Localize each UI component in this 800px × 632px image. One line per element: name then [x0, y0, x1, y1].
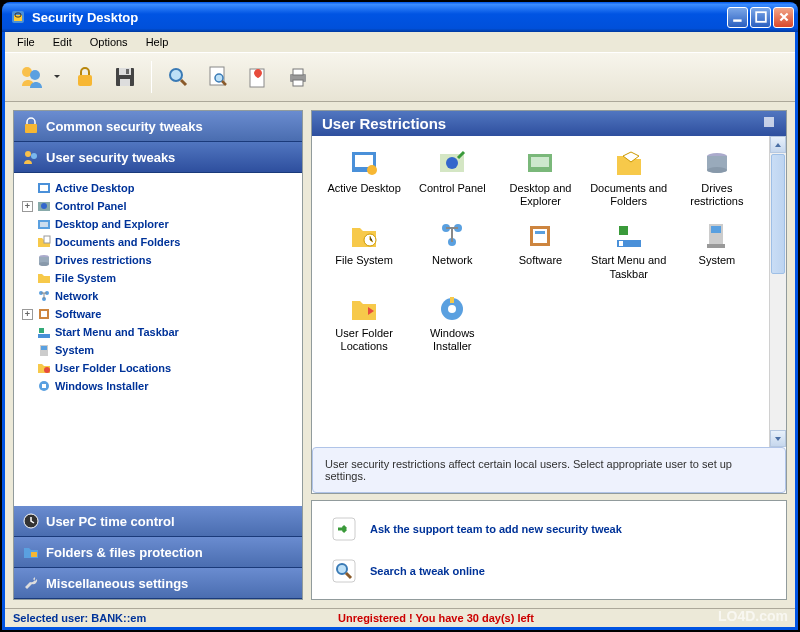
menu-file[interactable]: File	[9, 34, 43, 50]
svg-point-31	[39, 262, 49, 266]
svg-point-55	[707, 167, 727, 173]
search-online-link[interactable]: Search a tweak online	[330, 557, 768, 585]
minimize-button[interactable]	[727, 7, 748, 28]
maximize-button[interactable]	[750, 7, 771, 28]
scroll-track[interactable]	[770, 275, 786, 430]
tree-item-icon	[36, 198, 52, 214]
users-icon	[22, 148, 40, 166]
expand-icon[interactable]: +	[22, 309, 33, 320]
grid-item[interactable]: Control Panel	[410, 146, 494, 210]
svg-rect-43	[42, 384, 46, 388]
svg-point-20	[25, 151, 31, 157]
expand-icon[interactable]: +	[22, 201, 33, 212]
tree-item[interactable]: +Software	[20, 305, 296, 323]
actions-panel: Ask the support team to add new security…	[311, 500, 787, 600]
grid-item-label: User Folder Locations	[324, 327, 404, 353]
print-button[interactable]	[280, 59, 316, 95]
tree-item[interactable]: Desktop and Explorer	[20, 215, 296, 233]
grid-item[interactable]: Start Menu and Taskbar	[587, 218, 671, 282]
grid-item[interactable]: System	[675, 218, 759, 282]
tree-item[interactable]: Active Desktop	[20, 179, 296, 197]
grid-item[interactable]: Documents and Folders	[587, 146, 671, 210]
users-button[interactable]	[13, 59, 49, 95]
grid-item[interactable]: Active Desktop	[322, 146, 406, 210]
favorite-button[interactable]	[240, 59, 276, 95]
grid-item[interactable]: Desktop and Explorer	[498, 146, 582, 210]
grid-item-icon	[436, 148, 468, 180]
users-dropdown[interactable]	[53, 73, 63, 81]
tree-item[interactable]: File System	[20, 269, 296, 287]
right-panel: User Restrictions Active DesktopControl …	[311, 110, 787, 600]
grid-item-label: Drives restrictions	[677, 182, 757, 208]
tree-item[interactable]: User Folder Locations	[20, 359, 296, 377]
tree-item[interactable]: System	[20, 341, 296, 359]
grid-item-label: Windows Installer	[412, 327, 492, 353]
grid-item[interactable]: File System	[322, 218, 406, 282]
grid-item-icon	[348, 148, 380, 180]
main-area: Common security tweaks User security twe…	[5, 102, 795, 608]
close-button[interactable]	[773, 7, 794, 28]
lock-button[interactable]	[67, 59, 103, 95]
svg-point-12	[170, 69, 182, 81]
tree-item-icon	[36, 180, 52, 196]
search-icon	[330, 557, 358, 585]
panel-header: User Restrictions	[312, 111, 786, 136]
grid-item[interactable]: User Folder Locations	[322, 291, 406, 355]
ask-support-link[interactable]: Ask the support team to add new security…	[330, 515, 768, 543]
grid-item[interactable]: Windows Installer	[410, 291, 494, 355]
svg-point-25	[41, 203, 47, 209]
icon-grid: Active DesktopControl PanelDesktop and E…	[312, 136, 769, 447]
tree-item[interactable]: Windows Installer	[20, 377, 296, 395]
tree-item[interactable]: Drives restrictions	[20, 251, 296, 269]
tree-item[interactable]: +Control Panel	[20, 197, 296, 215]
menu-help[interactable]: Help	[138, 34, 177, 50]
grid-item-icon	[613, 148, 645, 180]
svg-rect-53	[531, 157, 549, 167]
titlebar: Security Desktop	[2, 2, 798, 32]
grid-item[interactable]: Drives restrictions	[675, 146, 759, 210]
search-button[interactable]	[160, 59, 196, 95]
category-user-tweaks[interactable]: User security tweaks	[14, 142, 302, 173]
tree-item-icon	[36, 360, 52, 376]
category-common-tweaks[interactable]: Common security tweaks	[14, 111, 302, 142]
grid-item-label: Software	[519, 254, 562, 267]
grid-item-icon	[436, 220, 468, 252]
menu-options[interactable]: Options	[82, 34, 136, 50]
sidebar: Common security tweaks User security twe…	[13, 110, 303, 600]
tree-item-label: User Folder Locations	[55, 362, 171, 374]
tree-item-label: Software	[55, 308, 101, 320]
svg-rect-48	[355, 155, 373, 167]
search-doc-button[interactable]	[200, 59, 236, 95]
svg-rect-18	[293, 80, 303, 86]
grid-item-label: File System	[335, 254, 392, 267]
grid-item-icon	[348, 293, 380, 325]
save-button[interactable]	[107, 59, 143, 95]
tree-item-icon	[36, 252, 52, 268]
grid-item[interactable]: Software	[498, 218, 582, 282]
tree-item-icon	[36, 216, 52, 232]
svg-point-51	[446, 157, 458, 169]
category-time-control[interactable]: User PC time control	[14, 506, 302, 537]
svg-rect-9	[119, 68, 131, 75]
category-label: User PC time control	[46, 514, 175, 529]
grid-item-icon	[348, 220, 380, 252]
tree-item[interactable]: Documents and Folders	[20, 233, 296, 251]
action-label: Ask the support team to add new security…	[370, 523, 622, 535]
menu-edit[interactable]: Edit	[45, 34, 80, 50]
scroll-thumb[interactable]	[771, 154, 785, 274]
svg-rect-68	[707, 244, 725, 248]
scroll-up-button[interactable]	[770, 136, 786, 153]
grid-item-icon	[524, 220, 556, 252]
svg-point-70	[448, 305, 456, 313]
grid-item[interactable]: Network	[410, 218, 494, 282]
category-folders-protection[interactable]: Folders & files protection	[14, 537, 302, 568]
tree-item[interactable]: Network	[20, 287, 296, 305]
scrollbar[interactable]	[769, 136, 786, 447]
svg-point-41	[44, 367, 50, 373]
category-misc-settings[interactable]: Miscellaneous settings	[14, 568, 302, 599]
scroll-down-button[interactable]	[770, 430, 786, 447]
svg-point-14	[215, 74, 223, 82]
tree-item-icon	[36, 324, 52, 340]
wrench-icon	[22, 574, 40, 592]
tree-item[interactable]: Start Menu and Taskbar	[20, 323, 296, 341]
